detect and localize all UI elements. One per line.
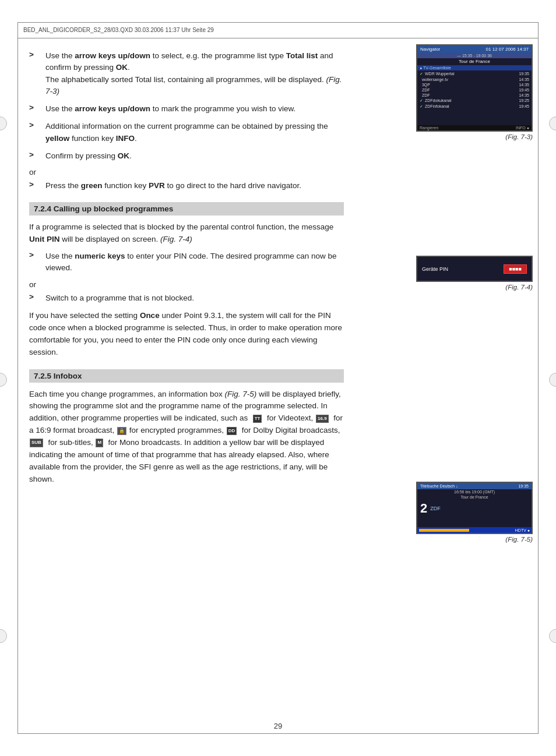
fig-ref-7-4-inline: (Fig. 7-4) xyxy=(160,235,192,243)
fig-ref-7-3-text: (Fig. 7-3) xyxy=(45,75,342,96)
bold-numeric-keys: numeric keys xyxy=(75,252,125,260)
bold-green: green xyxy=(81,181,103,190)
punch-hole-left-mid xyxy=(0,373,7,387)
figure-7-3-screen: Navigator 01 12 07 2006 14:37 — 15:35 - … xyxy=(416,44,533,132)
figure-7-5-container: Titelsuche Deutsch ↓ 19:35 16:56 bis 19:… xyxy=(416,482,533,543)
left-column: > Use the arrow keys up/down to select, … xyxy=(17,38,356,718)
right-column: Navigator 01 12 07 2006 14:37 — 15:35 - … xyxy=(356,38,539,718)
fig-7-5-hdtv: HDTV ● xyxy=(515,528,530,532)
icon-dolby-digital: DD xyxy=(227,427,237,435)
fig-7-3-bottom-right: INFO ● xyxy=(516,126,529,130)
fig-7-3-item-1: ✓WDR Wuppertal19:35 xyxy=(417,71,532,77)
figure-7-4-container: Geräte PIN ■■■■ (Fig. 7-4) xyxy=(416,256,533,291)
fig-7-3-item-2: wollersange.tv14:35 xyxy=(417,77,532,82)
bold-arrow-keys-2: arrow keys up/down xyxy=(75,104,150,113)
icon-16-9: 16.9 xyxy=(316,415,329,423)
bullet-text-1: Use the arrow keys up/down to select, e.… xyxy=(45,50,344,97)
fig-7-5-top-left: Titelsuche Deutsch ↓ xyxy=(420,484,458,488)
bold-info: INFO xyxy=(116,134,135,143)
fig-7-3-bottom-left: Rangieren xyxy=(420,126,438,130)
fig-7-3-item-5: ZDF14:35 xyxy=(417,93,532,98)
bullet-marker-3: > xyxy=(29,121,45,144)
bold-total-list: Total list xyxy=(286,51,318,60)
bold-unit-pin: Unit PIN xyxy=(29,235,60,243)
bullet-text-5: Press the green function key PVR to go d… xyxy=(45,180,344,192)
punch-hole-right-mid xyxy=(549,373,556,387)
bullet-text-2: Use the arrow keys up/down to mark the p… xyxy=(45,103,344,115)
fig-7-5-bottom-bar: HDTV ● xyxy=(417,527,532,533)
fig-7-4-label: Geräte PIN xyxy=(422,266,448,272)
fig-7-3-blue-bar: ● TV-Gesamtliste xyxy=(417,65,532,70)
fig-7-5-top-right: 19:35 xyxy=(518,484,529,488)
header-bar: BED_ANL_DIGICORDER_S2_28/03.QXD 30.03.20… xyxy=(17,22,539,38)
bullet-marker-6: > xyxy=(29,250,45,274)
section-7-2-4-heading: 7.2.4 Calling up blocked programmes xyxy=(29,202,344,216)
fig-7-3-caption: (Fig. 7-3) xyxy=(505,133,533,140)
bullet-text-4: Confirm by pressing OK. xyxy=(45,150,344,162)
fig-7-5-progress xyxy=(419,529,469,532)
fig-7-4-stars: ■■■■ xyxy=(504,264,527,274)
fig-ref-7-5-inline: (Fig. 7-5) xyxy=(224,390,256,398)
fig-7-5-caption: (Fig. 7-5) xyxy=(505,536,533,543)
bullet-item-2: > Use the arrow keys up/down to mark the… xyxy=(29,103,344,115)
figure-7-4-screen: Geräte PIN ■■■■ xyxy=(416,256,533,282)
fig-7-3-subtitle: Tour de France xyxy=(417,58,532,65)
bullet-item-4: > Confirm by pressing OK. xyxy=(29,150,344,162)
bullet-text-6: Use the numeric keys to enter your PIN c… xyxy=(45,250,344,274)
bullet-marker-1: > xyxy=(29,50,45,97)
figure-7-3-container: Navigator 01 12 07 2006 14:37 — 15:35 - … xyxy=(416,44,533,140)
bullet-text-7: Switch to a programme that is not blocke… xyxy=(45,292,344,304)
fig-7-5-top-bar: Titelsuche Deutsch ↓ 19:35 xyxy=(417,483,532,489)
fig-7-3-item-4: ZDF19:45 xyxy=(417,87,532,93)
section-7-2-5-heading: 7.2.5 Infobox xyxy=(29,369,344,383)
fig-7-5-channel-num: 2 xyxy=(420,501,427,516)
fig-7-3-item-6: ✓ZDFdokukanal19:25 xyxy=(417,98,532,104)
fig-7-5-channel-name: ZDF xyxy=(430,506,441,511)
header-filename: BED_ANL_DIGICORDER_S2_28/03.QXD 30.03.20… xyxy=(23,27,214,33)
bullet-item-6: > Use the numeric keys to enter your PIN… xyxy=(29,250,344,274)
or-line-2: or xyxy=(29,280,344,289)
infobox-paragraph: Each time you change programmes, an info… xyxy=(29,388,344,486)
bullet-marker-2: > xyxy=(29,103,45,115)
fig-7-5-channel-row: 2 ZDF xyxy=(417,500,532,517)
or-line-1: or xyxy=(29,168,344,176)
punch-hole-left-bot xyxy=(0,629,7,643)
bullet-item-5: > Press the green function key PVR to go… xyxy=(29,180,344,192)
bold-yellow: yellow xyxy=(45,134,69,143)
bold-once: Once xyxy=(140,311,160,320)
icon-mono: M xyxy=(96,439,103,447)
icon-subtitles: SUB xyxy=(30,439,43,447)
bullet-item-3: > Additional information on the current … xyxy=(29,121,344,144)
bold-pvr: PVR xyxy=(149,181,165,190)
bold-arrow-keys-1: arrow keys up/down xyxy=(75,51,150,60)
bullet-marker-7: > xyxy=(29,292,45,304)
fig-7-3-subheader: — 15:35 - 19:00 36 xyxy=(417,53,532,58)
page-number: 29 xyxy=(0,722,556,730)
bullet-marker-4: > xyxy=(29,150,45,162)
fig-7-3-bottom-bar: Rangieren INFO ● xyxy=(417,125,532,130)
icon-teletext: TT xyxy=(253,415,262,423)
bullet-item-7: > Switch to a programme that is not bloc… xyxy=(29,292,344,304)
fig-7-3-item-7: ✓ZDFinfokanal19:45 xyxy=(417,104,532,109)
border-bottom xyxy=(17,733,539,734)
punch-hole-right-top xyxy=(549,116,556,130)
fig-7-3-header-left: Navigator xyxy=(420,47,440,52)
bullet-marker-5: > xyxy=(29,180,45,192)
punch-hole-left-top xyxy=(0,116,7,130)
punch-hole-right-bot xyxy=(549,629,556,643)
once-paragraph: If you have selected the setting Once un… xyxy=(29,310,344,359)
figure-7-5-screen: Titelsuche Deutsch ↓ 19:35 16:56 bis 19:… xyxy=(416,482,533,534)
fig-7-3-header-right: 01 12 07 2006 14:37 xyxy=(486,47,529,52)
fig-7-4-caption: (Fig. 7-4) xyxy=(505,284,533,291)
section-7-2-4-intro: If a programme is selected that is block… xyxy=(29,221,344,246)
icon-encrypted: 🔒 xyxy=(117,427,126,435)
bold-ok-2: OK xyxy=(118,151,129,160)
bold-ok-1: OK xyxy=(116,63,128,72)
fig-7-3-header: Navigator 01 12 07 2006 14:37 xyxy=(417,45,532,53)
bullet-text-3: Additional information on the current pr… xyxy=(45,121,344,144)
bullet-item-1: > Use the arrow keys up/down to select, … xyxy=(29,50,344,97)
fig-7-5-time: 16:56 bis 19:00 (GMT) xyxy=(417,489,532,494)
content-area: > Use the arrow keys up/down to select, … xyxy=(17,38,539,718)
fig-7-5-show: Tour de France xyxy=(417,494,532,500)
fig-7-3-item-3: 3QP14:35 xyxy=(417,82,532,87)
